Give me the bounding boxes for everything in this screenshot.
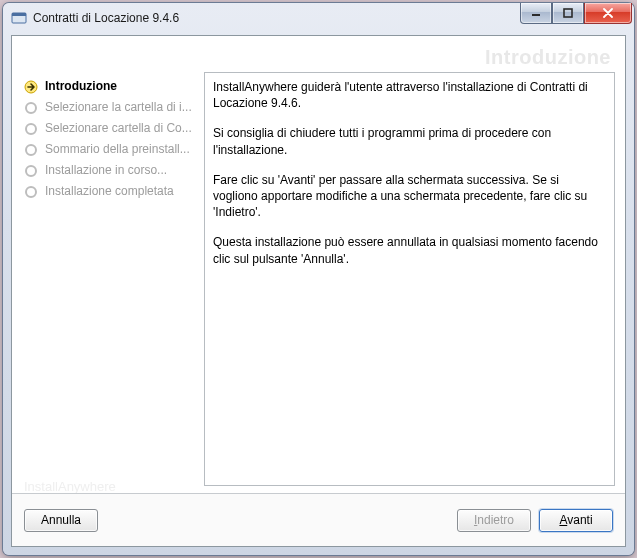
svg-rect-2: [532, 14, 540, 16]
maximize-button[interactable]: [552, 3, 584, 24]
step-cartella-installazione: Selezionare la cartella di i...: [22, 97, 200, 118]
wizard-body: Introduzione Selezionare la cartella di …: [22, 72, 615, 486]
content-panel: InstallAnywhere guiderà l'utente attrave…: [204, 72, 615, 486]
back-button-rest: ndietro: [477, 513, 514, 527]
window-title: Contratti di Locazione 9.4.6: [33, 11, 179, 25]
step-label: Selezionare la cartella di i...: [45, 100, 192, 115]
cancel-button-label: Annulla: [41, 513, 81, 527]
step-label: Introduzione: [45, 79, 117, 94]
step-label: Selezionare cartella di Co...: [45, 121, 192, 136]
back-button[interactable]: Indietro: [457, 509, 531, 532]
step-sommario: Sommario della preinstall...: [22, 139, 200, 160]
banner-heading: Introduzione: [485, 46, 611, 69]
cancel-button[interactable]: Annulla: [24, 509, 98, 532]
next-button-rest: vanti: [567, 513, 592, 527]
close-button[interactable]: [584, 3, 632, 24]
minimize-button[interactable]: [520, 3, 552, 24]
dialog-panel: Introduzione Introduzione: [11, 35, 626, 547]
step-label: Sommario della preinstall...: [45, 142, 190, 157]
svg-rect-1: [12, 13, 26, 16]
step-label: Installazione in corso...: [45, 163, 167, 178]
titlebar[interactable]: Contratti di Locazione 9.4.6: [3, 3, 634, 33]
footer-bar: Annulla Indietro Avanti: [12, 493, 625, 546]
step-list: Introduzione Selezionare la cartella di …: [22, 72, 200, 486]
intro-paragraph-1: InstallAnywhere guiderà l'utente attrave…: [213, 79, 606, 111]
circle-icon: [24, 185, 38, 199]
circle-icon: [24, 122, 38, 136]
svg-rect-3: [564, 9, 572, 17]
intro-paragraph-2: Si consiglia di chiudere tutti i program…: [213, 125, 606, 157]
circle-icon: [24, 143, 38, 157]
step-label: Installazione completata: [45, 184, 174, 199]
installer-window: Contratti di Locazione 9.4.6 Introduzion…: [3, 3, 634, 555]
step-completata: Installazione completata: [22, 181, 200, 202]
next-button[interactable]: Avanti: [539, 509, 613, 532]
circle-icon: [24, 164, 38, 178]
step-installazione: Installazione in corso...: [22, 160, 200, 181]
intro-paragraph-4: Questa installazione può essere annullat…: [213, 234, 606, 266]
step-cartella-collegamenti: Selezionare cartella di Co...: [22, 118, 200, 139]
intro-paragraph-3: Fare clic su 'Avanti' per passare alla s…: [213, 172, 606, 221]
arrow-right-icon: [24, 80, 38, 94]
content-text: InstallAnywhere guiderà l'utente attrave…: [213, 79, 606, 479]
circle-icon: [24, 101, 38, 115]
window-controls: [520, 3, 632, 24]
step-introduzione: Introduzione: [22, 76, 200, 97]
app-icon: [11, 10, 27, 26]
